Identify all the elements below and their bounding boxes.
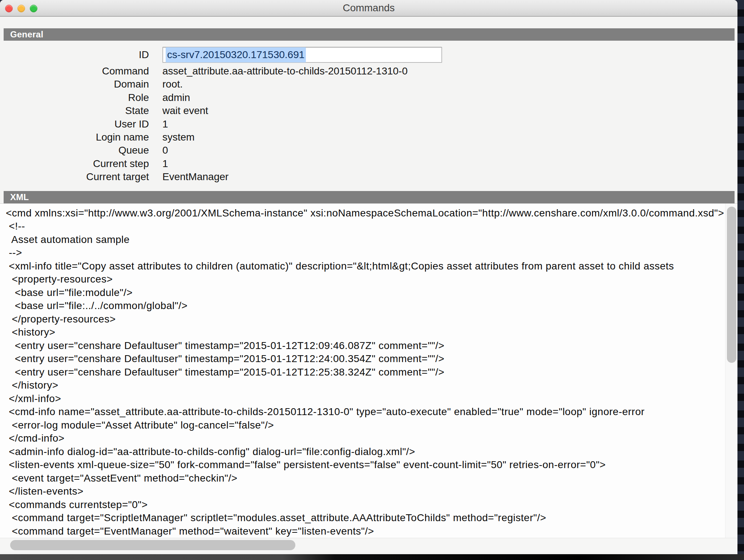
field-label: User ID <box>0 118 149 131</box>
xml-line: <commands currentstep="0"> <box>6 498 737 512</box>
field-value: EventManager <box>162 170 229 183</box>
background-window-edge <box>0 554 744 560</box>
xml-line: <base url="file:module"/> <box>6 286 737 300</box>
xml-line: </cmd-info> <box>6 432 737 445</box>
xml-line: <!-- <box>6 220 737 233</box>
xml-line: <entry user="censhare Defaultuser" times… <box>6 366 737 379</box>
xml-line: <cmd xmlns:xsi="http://www.w3.org/2001/X… <box>6 207 737 220</box>
window-title: Commands <box>0 0 737 17</box>
form-row: Statewait event <box>0 104 737 117</box>
xml-line: <command target="EventManager" method="w… <box>6 525 737 538</box>
xml-line: <listen-events xml-queue-size="50" fork-… <box>6 458 737 472</box>
xml-line: </xml-info> <box>6 392 737 406</box>
xml-line: </listen-events> <box>6 485 737 498</box>
horizontal-scrollbar[interactable] <box>0 538 737 552</box>
form-row: Roleadmin <box>0 91 737 104</box>
form-row: Queue0 <box>0 144 737 157</box>
xml-line: <admin-info dialog-id="aa-attribute-to-c… <box>6 445 737 459</box>
field-value: system <box>162 131 195 144</box>
xml-section-label: XML <box>10 192 29 202</box>
field-value: wait event <box>162 104 208 117</box>
xml-line: </history> <box>6 379 737 392</box>
field-value: admin <box>162 91 190 104</box>
vertical-scrollbar-thumb[interactable] <box>727 207 736 363</box>
xml-line: --> <box>6 246 737 260</box>
xml-line: <property-resources> <box>6 273 737 286</box>
xml-line: </property-resources> <box>6 313 737 326</box>
xml-lines: <cmd xmlns:xsi="http://www.w3.org/2001/X… <box>0 204 737 545</box>
form-row: Login namesystem <box>0 131 737 144</box>
id-input[interactable]: cs-srv7.20150320.171530.691 <box>162 47 442 63</box>
field-label: Current target <box>0 170 149 183</box>
xml-line: Asset automation sample <box>6 233 737 247</box>
form-row: Current step1 <box>0 157 737 170</box>
xml-line: <xml-info title="Copy asset attributes t… <box>6 260 737 273</box>
xml-line: <error-log module="Asset Attribute" log-… <box>6 419 737 432</box>
field-label: State <box>0 104 149 117</box>
field-label: Current step <box>0 157 149 170</box>
field-value: 1 <box>162 157 168 170</box>
xml-line: <base url="file:../../common/global"/> <box>6 299 737 313</box>
xml-line: <entry user="censhare Defaultuser" times… <box>6 339 737 353</box>
field-label: Domain <box>0 78 149 91</box>
general-form: IDcs-srv7.20150320.171530.691Commandasse… <box>0 41 737 184</box>
field-label: Queue <box>0 144 149 157</box>
form-row: Domainroot. <box>0 78 737 91</box>
desktop-background: Commands General IDcs-srv7.20150320.1715… <box>0 0 744 560</box>
xml-section-header: XML <box>4 191 735 203</box>
form-row: IDcs-srv7.20150320.171530.691 <box>0 45 737 65</box>
xml-line: <command target="ScriptletManager" scrip… <box>6 511 737 525</box>
form-row: User ID1 <box>0 118 737 131</box>
xml-line: <entry user="censhare Defaultuser" times… <box>6 352 737 366</box>
form-row: Commandasset_attribute.aa-attribute-to-c… <box>0 65 737 78</box>
general-section-label: General <box>10 29 43 39</box>
horizontal-scrollbar-thumb[interactable] <box>10 540 295 550</box>
field-label: ID <box>0 48 149 61</box>
field-value: 0 <box>162 144 168 157</box>
field-label: Login name <box>0 131 149 144</box>
field-label: Role <box>0 91 149 104</box>
xml-line: <history> <box>6 326 737 339</box>
form-row: Current targetEventManager <box>0 170 737 183</box>
field-value: 1 <box>162 118 168 131</box>
commands-window: Commands General IDcs-srv7.20150320.1715… <box>0 0 737 555</box>
vertical-scrollbar[interactable] <box>725 204 737 538</box>
field-label: Command <box>0 65 149 78</box>
xml-viewer[interactable]: <cmd xmlns:xsi="http://www.w3.org/2001/X… <box>0 203 737 552</box>
field-value: asset_attribute.aa-attribute-to-childs-2… <box>162 65 408 78</box>
general-section-header: General <box>4 28 735 41</box>
xml-line: <event target="AssetEvent" method="check… <box>6 472 737 485</box>
id-selected-text: cs-srv7.20150320.171530.691 <box>166 47 306 62</box>
title-bar[interactable]: Commands <box>0 0 737 17</box>
xml-line: <cmd-info name="asset_attribute.aa-attri… <box>6 405 737 419</box>
field-value: root. <box>162 78 183 91</box>
